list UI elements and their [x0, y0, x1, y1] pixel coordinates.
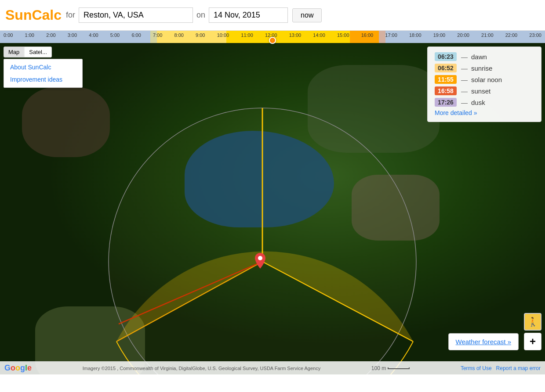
map-tab-map[interactable]: Map: [4, 47, 24, 57]
bottom-links: Terms of Use Report a map error: [461, 365, 541, 371]
scale-bar: 100 m: [371, 365, 410, 371]
terms-of-use-link[interactable]: Terms of Use: [461, 365, 492, 371]
now-button[interactable]: now: [292, 8, 322, 22]
timeline-hour-label: 13:00: [289, 32, 302, 39]
sunrise-row: 06:52 — sunrise: [435, 64, 534, 72]
map-type-tabs: Map Satel...: [4, 47, 52, 58]
dropdown-menu: About SunCalc Improvement ideas: [4, 59, 83, 88]
location-pin[interactable]: [255, 253, 265, 270]
streetview-icon: 🚶: [527, 316, 538, 327]
more-detailed-link[interactable]: More detailed »: [435, 109, 534, 116]
timeline-hour-label: 11:00: [241, 32, 253, 39]
dusk-time: 17:26: [435, 98, 457, 107]
sunset-label: sunset: [471, 87, 490, 95]
google-logo: Google: [4, 363, 32, 373]
on-label: on: [196, 11, 205, 20]
header: SunCalc for on now: [0, 0, 545, 31]
dawn-row: 06:23 — dawn: [435, 52, 534, 61]
noon-row: 11:55 — solar noon: [435, 75, 534, 84]
map-attribution: Imagery ©2015 , Commonwealth of Virginia…: [83, 366, 320, 371]
logo-calc: Calc: [32, 7, 62, 23]
timeline-hour-label: 10:00: [217, 32, 229, 39]
date-input[interactable]: [209, 7, 288, 23]
map-container[interactable]: Map Satel... About SunCalc Improvement i…: [0, 43, 545, 374]
timeline-hour-label: 8:00: [174, 32, 184, 39]
timeline-hour-label: 14:00: [313, 32, 325, 39]
timeline-hour-label: 5:00: [110, 32, 120, 39]
terrain-patch: [22, 87, 110, 157]
timeline-hour-label: 19:00: [433, 32, 446, 39]
streetview-button[interactable]: 🚶: [524, 313, 541, 331]
location-input[interactable]: [79, 7, 193, 23]
noon-time: 11:55: [435, 75, 457, 84]
about-suncalc-link[interactable]: About SunCalc: [4, 61, 82, 73]
dawn-label: dawn: [471, 53, 487, 61]
timeline-hour-label: 21:00: [481, 32, 494, 39]
map-tab-satellite[interactable]: Satel...: [25, 47, 51, 57]
timeline-hour-label: 3:00: [68, 32, 77, 39]
terrain-patch: [308, 65, 440, 153]
timeline-hour-label: 4:00: [89, 32, 98, 39]
timeline-hour-label: 16:00: [361, 32, 374, 39]
terrain-patch: [352, 175, 440, 241]
dusk-row: 17:26 — dusk: [435, 98, 534, 107]
logo-sun: Sun: [5, 7, 32, 23]
for-label: for: [66, 11, 75, 20]
scale-label: 100 m: [371, 365, 386, 371]
timeline[interactable]: 0:001:002:003:004:005:006:007:008:009:00…: [0, 31, 545, 43]
sun-indicator[interactable]: [269, 37, 276, 44]
timeline-hour-label: 1:00: [25, 32, 34, 39]
dawn-time: 06:23: [435, 52, 457, 61]
sunset-row: 16:58 — sunset: [435, 86, 534, 95]
scale-line: [388, 367, 410, 369]
timeline-hour-label: 0:00: [4, 32, 13, 39]
timeline-hour-label: 2:00: [46, 32, 55, 39]
timeline-hour-label: 18:00: [409, 32, 421, 39]
logo: SunCalc: [5, 7, 62, 23]
timeline-hour-label: 7:00: [153, 32, 162, 39]
noon-label: solar noon: [471, 76, 502, 83]
bottom-bar: Google Imagery ©2015 , Commonwealth of V…: [0, 361, 545, 374]
timeline-hour-label: 17:00: [385, 32, 397, 39]
timeline-hour-label: 23:00: [529, 32, 541, 39]
timeline-hour-label: 9:00: [196, 32, 205, 39]
dusk-label: dusk: [471, 99, 485, 106]
timeline-hour-label: 15:00: [337, 32, 349, 39]
sunset-time: 16:58: [435, 86, 457, 95]
sunrise-label: sunrise: [471, 65, 492, 72]
timeline-hour-label: 6:00: [131, 32, 141, 39]
info-panel: 06:23 — dawn 06:52 — sunrise 11:55 — sol…: [427, 47, 541, 122]
zoom-in-button[interactable]: +: [524, 333, 541, 350]
timeline-hour-label: 22:00: [505, 32, 518, 39]
weather-forecast-button[interactable]: Weather forecast »: [448, 333, 519, 350]
timeline-hour-label: 20:00: [457, 32, 469, 39]
svg-point-5: [258, 256, 262, 260]
report-map-error-link[interactable]: Report a map error: [496, 365, 541, 371]
sunrise-time: 06:52: [435, 64, 457, 72]
plus-icon: +: [530, 335, 536, 348]
improvement-ideas-link[interactable]: Improvement ideas: [4, 73, 82, 86]
